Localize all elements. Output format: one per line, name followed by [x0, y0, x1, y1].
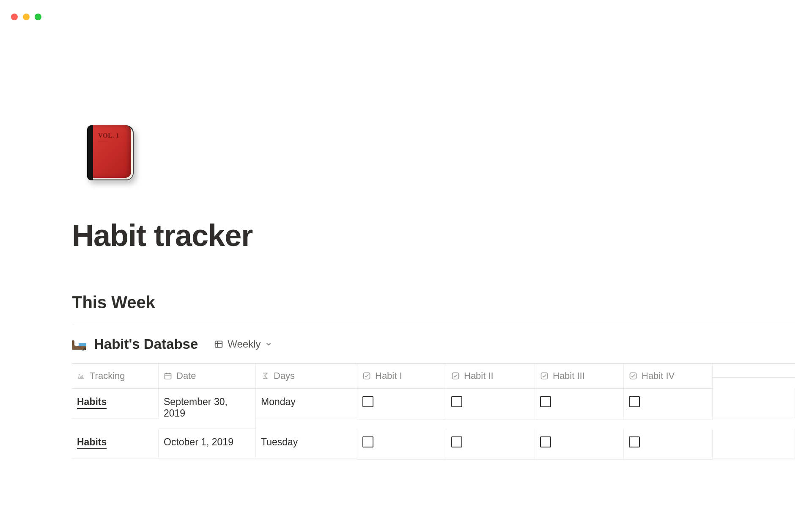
- view-label: Weekly: [228, 338, 261, 350]
- column-header-date[interactable]: Date: [159, 364, 256, 389]
- divider: [72, 324, 795, 324]
- checkbox-habit4[interactable]: [629, 436, 640, 447]
- checkbox-habit1[interactable]: [362, 396, 373, 407]
- checkbox-property-icon: [629, 372, 637, 380]
- checkbox-habit3[interactable]: [540, 396, 551, 407]
- column-header-spacer: [713, 364, 795, 378]
- database-table: Aa Tracking Date Days: [72, 363, 795, 460]
- svg-rect-5: [165, 373, 171, 379]
- column-header-tracking[interactable]: Aa Tracking: [72, 364, 159, 389]
- checkbox-property-icon: [540, 372, 549, 380]
- table-icon: [214, 340, 223, 349]
- checkbox-habit4[interactable]: [629, 396, 640, 407]
- checkbox-habit1[interactable]: [362, 436, 373, 447]
- chevron-down-icon: [265, 341, 272, 348]
- checkbox-property-icon: [362, 372, 371, 380]
- date-property-icon: [164, 372, 172, 380]
- checkbox-habit2[interactable]: [451, 436, 462, 447]
- svg-rect-0: [215, 341, 222, 348]
- title-property-icon: Aa: [77, 372, 85, 380]
- column-header-habit3[interactable]: Habit III: [535, 364, 624, 389]
- section-heading[interactable]: This Week: [72, 293, 795, 312]
- page-icon[interactable]: VOL. 1 ――――: [82, 123, 137, 186]
- cell-date[interactable]: September 30, 2019: [159, 389, 256, 429]
- checkbox-property-icon: [451, 372, 460, 380]
- window-maximize-button[interactable]: [35, 14, 41, 20]
- column-header-habit4[interactable]: Habit IV: [624, 364, 713, 389]
- checkbox-habit2[interactable]: [451, 396, 462, 407]
- page-icon-label: VOL. 1: [98, 132, 119, 139]
- table-row[interactable]: Habits September 30, 2019 Monday: [72, 389, 795, 429]
- window-controls: [11, 14, 41, 20]
- table-row[interactable]: Habits October 1, 2019 Tuesday: [72, 429, 795, 460]
- bed-icon: [72, 338, 86, 351]
- formula-property-icon: [261, 372, 269, 380]
- cell-days: Tuesday: [256, 429, 357, 458]
- linked-arrow-icon: [81, 346, 87, 352]
- cell-date[interactable]: October 1, 2019: [159, 429, 256, 458]
- column-header-days[interactable]: Days: [256, 364, 357, 389]
- database-title[interactable]: Habit's Databse: [94, 336, 198, 352]
- column-header-habit2[interactable]: Habit II: [446, 364, 535, 389]
- svg-text:Aa: Aa: [78, 373, 84, 379]
- checkbox-habit3[interactable]: [540, 436, 551, 447]
- column-header-habit1[interactable]: Habit I: [357, 364, 446, 389]
- row-title-link[interactable]: Habits: [77, 396, 107, 409]
- window-close-button[interactable]: [11, 14, 18, 20]
- window-minimize-button[interactable]: [23, 14, 30, 20]
- row-title-link[interactable]: Habits: [77, 436, 107, 449]
- page-title[interactable]: Habit tracker: [72, 218, 795, 253]
- view-switcher[interactable]: Weekly: [214, 338, 272, 350]
- cell-days: Monday: [256, 389, 357, 418]
- table-header-row: Aa Tracking Date Days: [72, 364, 795, 389]
